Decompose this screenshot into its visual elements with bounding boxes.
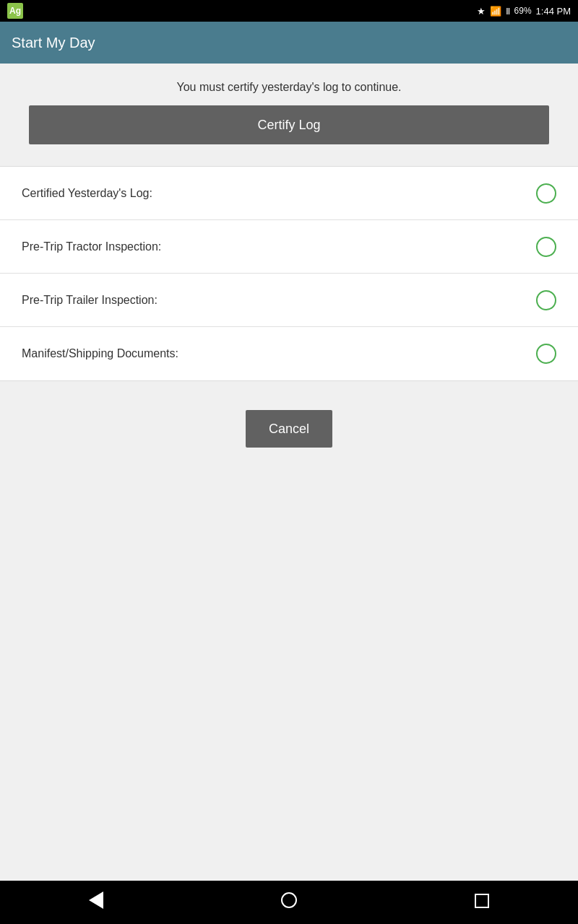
home-icon (281, 892, 297, 908)
checklist-label-certified-log: Certified Yesterday's Log: (22, 187, 152, 200)
checklist-radio-trailer[interactable] (536, 290, 556, 310)
home-button[interactable] (267, 886, 311, 918)
back-button[interactable] (74, 886, 118, 919)
certify-notice: You must certify yesterday's log to cont… (0, 64, 578, 105)
battery-percent: 69% (514, 6, 532, 16)
bluetooth-icon: ★ (477, 6, 486, 17)
app-logo: Ag (7, 3, 23, 19)
back-icon (89, 892, 103, 909)
app-bar: Start My Day (0, 22, 578, 64)
checklist-label-tractor: Pre-Trip Tractor Inspection: (22, 240, 161, 253)
status-time: 1:44 PM (536, 6, 571, 17)
bottom-nav (0, 881, 578, 924)
checklist-radio-tractor[interactable] (536, 237, 556, 257)
checklist-label-trailer: Pre-Trip Trailer Inspection: (22, 294, 158, 307)
recents-button[interactable] (460, 886, 504, 918)
status-bar-left: Ag (7, 3, 23, 19)
status-bar: Ag ★ 📶 Ⅱ 69% 1:44 PM (0, 0, 578, 22)
checklist-radio-manifest[interactable] (536, 344, 556, 364)
checklist-row-manifest: Manifest/Shipping Documents: (0, 327, 578, 380)
checklist-radio-certified-log[interactable] (536, 183, 556, 204)
cancel-button[interactable]: Cancel (246, 410, 332, 448)
cancel-btn-container: Cancel (0, 381, 578, 476)
checklist-row-tractor: Pre-Trip Tractor Inspection: (0, 220, 578, 274)
main-content: You must certify yesterday's log to cont… (0, 64, 578, 881)
battery-indicator: 69% (514, 6, 532, 16)
status-bar-right: ★ 📶 Ⅱ 69% 1:44 PM (477, 6, 571, 17)
checklist-row-trailer: Pre-Trip Trailer Inspection: (0, 274, 578, 327)
signal-icon: Ⅱ (506, 6, 510, 17)
wifi-icon: 📶 (490, 6, 501, 17)
app-bar-title: Start My Day (12, 35, 95, 51)
checklist-label-manifest: Manifest/Shipping Documents: (22, 347, 178, 360)
checklist-row-certified-log: Certified Yesterday's Log: (0, 167, 578, 220)
recents-icon (475, 894, 489, 908)
certify-log-button[interactable]: Certify Log (29, 105, 549, 144)
checklist-container: Certified Yesterday's Log: Pre-Trip Trac… (0, 166, 578, 381)
